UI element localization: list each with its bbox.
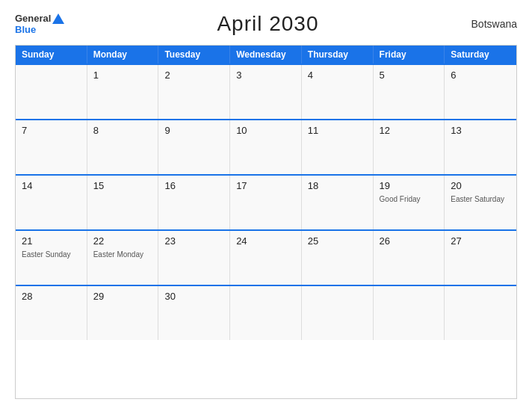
day-number: 28 bbox=[22, 290, 81, 303]
cal-cell: 15 bbox=[87, 176, 159, 229]
day-number: 10 bbox=[236, 124, 295, 137]
cal-cell bbox=[445, 286, 516, 340]
page: General Blue April 2030 Botswana SundayM… bbox=[0, 0, 532, 411]
logo-blue-text: Blue bbox=[15, 24, 36, 35]
day-number: 30 bbox=[164, 290, 223, 303]
day-number: 29 bbox=[93, 290, 152, 303]
cal-cell: 28 bbox=[16, 286, 87, 340]
day-number: 14 bbox=[22, 179, 81, 193]
day-number: 24 bbox=[236, 235, 295, 248]
day-number: 19 bbox=[380, 179, 439, 193]
cal-cell: 23 bbox=[158, 231, 230, 285]
logo-triangle-icon bbox=[52, 13, 64, 24]
cal-cell: 26 bbox=[374, 231, 445, 285]
calendar-week-2: 78910111213 bbox=[16, 119, 516, 174]
cal-cell: 20Easter Saturday bbox=[445, 176, 516, 229]
day-number: 6 bbox=[451, 69, 510, 82]
cal-cell: 27 bbox=[445, 231, 516, 285]
cal-header-saturday: Saturday bbox=[445, 46, 516, 64]
cal-cell: 16 bbox=[158, 176, 230, 229]
cal-cell: 9 bbox=[158, 120, 230, 174]
cal-cell: 11 bbox=[302, 120, 374, 174]
cal-cell: 21Easter Sunday bbox=[16, 231, 87, 285]
cal-cell: 30 bbox=[158, 286, 230, 340]
cal-cell: 6 bbox=[445, 65, 516, 119]
cal-cell: 14 bbox=[16, 176, 87, 229]
calendar-week-1: 123456 bbox=[16, 64, 516, 119]
day-number: 1 bbox=[93, 69, 152, 82]
cal-cell: 3 bbox=[230, 65, 302, 119]
cal-cell: 22Easter Monday bbox=[87, 231, 159, 285]
cal-header-tuesday: Tuesday bbox=[158, 46, 230, 64]
day-number: 15 bbox=[93, 179, 152, 193]
cal-cell: 24 bbox=[230, 231, 302, 285]
country-label: Botswana bbox=[471, 18, 517, 30]
cal-cell: 8 bbox=[87, 120, 159, 174]
day-number: 11 bbox=[308, 124, 367, 137]
day-number: 9 bbox=[164, 124, 223, 137]
day-number: 17 bbox=[236, 179, 295, 193]
cal-cell bbox=[230, 286, 302, 340]
day-number: 3 bbox=[236, 69, 295, 82]
cal-header-sunday: Sunday bbox=[16, 46, 87, 64]
calendar-week-5: 282930 bbox=[16, 285, 516, 340]
cal-cell: 7 bbox=[16, 120, 87, 174]
day-number: 23 bbox=[164, 235, 223, 248]
cal-cell bbox=[16, 65, 87, 119]
calendar-title: April 2030 bbox=[217, 12, 318, 36]
cal-cell: 17 bbox=[230, 176, 302, 229]
cal-cell: 18 bbox=[302, 176, 374, 229]
day-number: 5 bbox=[380, 69, 439, 82]
cal-header-wednesday: Wednesday bbox=[230, 46, 302, 64]
cal-header-friday: Friday bbox=[374, 46, 445, 64]
cal-cell: 29 bbox=[87, 286, 159, 340]
day-number: 7 bbox=[22, 124, 81, 137]
cal-cell: 5 bbox=[374, 65, 445, 119]
cal-cell: 25 bbox=[302, 231, 374, 285]
cal-cell: 4 bbox=[302, 65, 374, 119]
holiday-label: Easter Monday bbox=[93, 250, 152, 259]
cal-cell: 1 bbox=[87, 65, 159, 119]
cal-cell: 10 bbox=[230, 120, 302, 174]
cal-header-thursday: Thursday bbox=[302, 46, 374, 64]
calendar-body: 12345678910111213141516171819Good Friday… bbox=[16, 64, 516, 340]
calendar-week-4: 21Easter Sunday22Easter Monday2324252627 bbox=[16, 229, 516, 285]
cal-cell: 19Good Friday bbox=[374, 176, 445, 229]
day-number: 8 bbox=[93, 124, 152, 137]
holiday-label: Easter Saturday bbox=[451, 194, 510, 204]
calendar-header-row: SundayMondayTuesdayWednesdayThursdayFrid… bbox=[16, 46, 516, 64]
calendar: SundayMondayTuesdayWednesdayThursdayFrid… bbox=[15, 45, 517, 399]
day-number: 22 bbox=[93, 235, 152, 248]
day-number: 25 bbox=[308, 235, 367, 248]
cal-cell bbox=[374, 286, 445, 340]
day-number: 12 bbox=[380, 124, 439, 137]
day-number: 18 bbox=[308, 179, 367, 193]
cal-cell: 13 bbox=[445, 120, 516, 174]
header: General Blue April 2030 Botswana bbox=[15, 12, 517, 36]
day-number: 13 bbox=[451, 124, 510, 137]
calendar-week-3: 141516171819Good Friday20Easter Saturday bbox=[16, 174, 516, 229]
day-number: 2 bbox=[164, 69, 223, 82]
day-number: 20 bbox=[451, 179, 510, 193]
holiday-label: Good Friday bbox=[380, 194, 439, 204]
logo: General Blue bbox=[15, 13, 64, 35]
day-number: 21 bbox=[22, 235, 81, 248]
day-number: 16 bbox=[164, 179, 223, 193]
cal-cell: 12 bbox=[374, 120, 445, 174]
day-number: 26 bbox=[380, 235, 439, 248]
cal-header-monday: Monday bbox=[87, 46, 159, 64]
day-number: 27 bbox=[451, 235, 510, 248]
holiday-label: Easter Sunday bbox=[22, 250, 81, 259]
cal-cell: 2 bbox=[158, 65, 230, 119]
cal-cell bbox=[302, 286, 374, 340]
logo-general-text: General bbox=[15, 13, 51, 24]
day-number: 4 bbox=[308, 69, 367, 82]
